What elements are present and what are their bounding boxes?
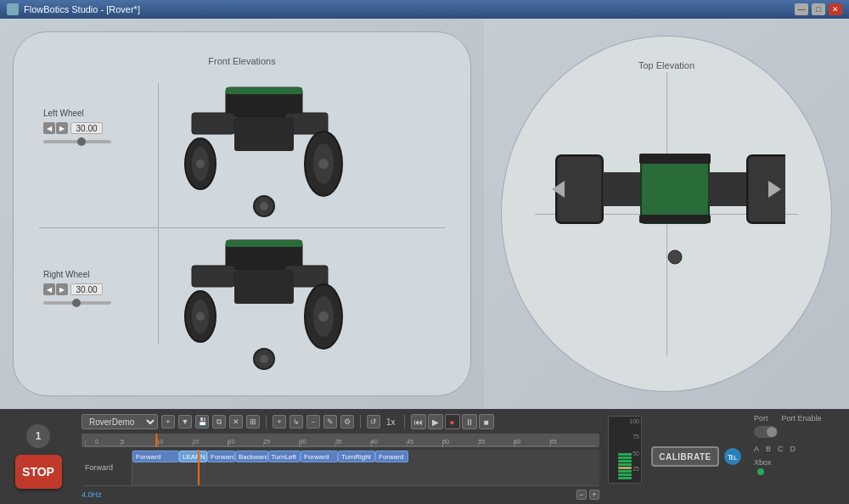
svg-rect-10 bbox=[234, 117, 294, 151]
bottom-area: 1 STOP RoverDemo + ▼ 💾 ⧉ ✕ ⊞ + ↳ − ✎ ⚙ ↺… bbox=[0, 409, 849, 504]
tl-stop-transport-btn[interactable]: ■ bbox=[479, 414, 494, 429]
port-toggle-row bbox=[754, 426, 842, 438]
minimize-button[interactable]: — bbox=[795, 3, 808, 15]
right-wheel-increment[interactable]: ▶ bbox=[56, 283, 68, 295]
tl-rewind-btn[interactable]: ⏮ bbox=[411, 414, 426, 429]
svg-text:35: 35 bbox=[335, 439, 342, 445]
right-wheel-value: 30.00 bbox=[70, 283, 103, 295]
top-elevation-label: Top Elevation bbox=[638, 60, 694, 70]
tl-add-btn[interactable]: + bbox=[273, 415, 286, 428]
left-wheel-input-row: ◀ ▶ 30.00 bbox=[43, 122, 111, 134]
block-label-2: Forward bbox=[211, 453, 235, 461]
svg-rect-1 bbox=[226, 87, 302, 94]
meter-bar-6 bbox=[618, 460, 632, 462]
track-block-2[interactable]: Forward bbox=[207, 451, 235, 462]
svg-text:15: 15 bbox=[192, 439, 199, 445]
tl-edit-btn[interactable]: ✎ bbox=[323, 415, 337, 428]
svg-rect-31 bbox=[639, 215, 711, 223]
meter-scale-25: 25 bbox=[633, 466, 639, 472]
calibrate-area: CALIBRATE ℡ bbox=[645, 409, 747, 504]
meter-bar-4 bbox=[618, 467, 632, 469]
tl-sep2 bbox=[360, 415, 361, 428]
track-block-3[interactable]: Backward bbox=[235, 451, 268, 462]
maximize-button[interactable]: □ bbox=[812, 3, 825, 15]
close-button[interactable]: ✕ bbox=[829, 3, 842, 15]
timeline-area: RoverDemo + ▼ 💾 ⧉ ✕ ⊞ + ↳ − ✎ ⚙ ↺ 1x ⏮ ▶… bbox=[76, 409, 604, 504]
port-d-label: D bbox=[790, 445, 796, 453]
left-wheel-value: 30.00 bbox=[70, 122, 103, 134]
tl-sep1 bbox=[266, 415, 267, 428]
program-dropdown[interactable]: RoverDemo bbox=[82, 414, 158, 429]
right-wheel-buttons: ◀ ▶ bbox=[43, 283, 68, 295]
meter-bar-2 bbox=[618, 473, 632, 476]
right-wheel-slider[interactable] bbox=[43, 301, 111, 305]
right-wheel-control: Right Wheel ◀ ▶ 30.00 bbox=[43, 270, 111, 305]
tl-remove-btn[interactable]: − bbox=[306, 415, 320, 428]
meter-bar-8 bbox=[618, 453, 632, 456]
svg-point-12 bbox=[260, 202, 268, 210]
timeline-ruler[interactable]: 0 5 10 15 20 25 30 35 bbox=[82, 434, 599, 447]
tl-delete-btn[interactable]: ✕ bbox=[229, 415, 243, 428]
block-label-0: Forward bbox=[136, 453, 160, 461]
stop-button[interactable]: STOP bbox=[15, 455, 62, 489]
robot-bottom-svg bbox=[166, 236, 353, 372]
tl-new-btn[interactable]: + bbox=[161, 415, 175, 428]
tl-copy-btn[interactable]: ⧉ bbox=[212, 415, 226, 428]
bluetooth-icon[interactable]: ℡ bbox=[724, 448, 741, 465]
zoom-out-btn[interactable]: − bbox=[576, 490, 587, 500]
tl-save-btn[interactable]: 💾 bbox=[195, 415, 209, 428]
svg-text:60: 60 bbox=[514, 439, 521, 445]
port-toggle-thumb bbox=[767, 427, 777, 437]
left-panel: Front Elevations Left Wheel ◀ ▶ 30.00 bbox=[0, 19, 484, 409]
abcd-row: A B C D bbox=[754, 445, 842, 453]
svg-point-5 bbox=[196, 160, 205, 168]
track-block-0[interactable]: Forward bbox=[132, 451, 179, 462]
svg-rect-30 bbox=[639, 154, 711, 164]
svg-rect-29 bbox=[641, 155, 709, 223]
tl-open-btn[interactable]: ▼ bbox=[178, 415, 192, 428]
svg-text:50: 50 bbox=[442, 439, 449, 445]
titlebar-title: FlowBotics Studio - [Rover*] bbox=[24, 4, 140, 14]
main-content: Front Elevations Left Wheel ◀ ▶ 30.00 bbox=[0, 19, 849, 409]
svg-point-22 bbox=[318, 311, 329, 322]
tl-settings-btn[interactable]: ⚙ bbox=[340, 415, 354, 428]
tl-insert-btn[interactable]: ↳ bbox=[290, 415, 303, 428]
svg-text:55: 55 bbox=[479, 439, 486, 445]
svg-text:0: 0 bbox=[95, 439, 98, 445]
port-header: Port Port Enable bbox=[754, 414, 842, 423]
tl-play-btn[interactable]: ▶ bbox=[428, 414, 443, 429]
front-elevation-container: Front Elevations Left Wheel ◀ ▶ 30.00 bbox=[13, 31, 471, 396]
calibrate-button[interactable]: CALIBRATE bbox=[651, 446, 719, 467]
track-content-main[interactable]: Forward LEARN Forward Backward TurnLeft bbox=[132, 450, 599, 485]
track-block-learn[interactable]: LEARN bbox=[179, 451, 207, 462]
left-wheel-slider[interactable] bbox=[43, 140, 111, 143]
track-block-5[interactable]: Forward bbox=[301, 451, 338, 462]
tl-sep3 bbox=[404, 415, 405, 428]
port-area: Port Port Enable A B C D Xbox bbox=[747, 409, 849, 504]
timeline-bottom: 4.0Hz − + bbox=[82, 489, 599, 501]
tl-loop-btn[interactable]: ↺ bbox=[367, 415, 380, 428]
meter-scale-100: 100 bbox=[629, 418, 639, 424]
port-toggle-switch[interactable] bbox=[754, 426, 778, 438]
left-wheel-label: Left Wheel bbox=[43, 109, 111, 118]
horizontal-divider bbox=[39, 227, 445, 228]
right-panel: Top Elevation bbox=[484, 19, 849, 409]
xbox-label: Xbox bbox=[754, 458, 772, 467]
left-wheel-increment[interactable]: ▶ bbox=[56, 122, 68, 134]
robot-front-top bbox=[166, 83, 353, 219]
transport-controls: ⏮ ▶ ● ⏸ ■ bbox=[411, 414, 494, 429]
tl-record-btn[interactable]: ● bbox=[445, 414, 460, 429]
svg-rect-15 bbox=[192, 266, 234, 287]
zoom-in-btn[interactable]: + bbox=[589, 490, 599, 500]
tl-grid-btn[interactable]: ⊞ bbox=[246, 415, 260, 428]
track-block-6[interactable]: TurnRight bbox=[338, 451, 375, 462]
block-label-4: TurnLeft bbox=[272, 453, 297, 461]
track-block-4[interactable]: TurnLeft bbox=[268, 451, 301, 462]
tl-pause-btn[interactable]: ⏸ bbox=[462, 414, 477, 429]
track-block-7[interactable]: Forward bbox=[375, 451, 408, 462]
svg-rect-23 bbox=[234, 270, 294, 304]
svg-point-18 bbox=[196, 312, 205, 321]
left-wheel-decrement[interactable]: ◀ bbox=[43, 122, 55, 134]
front-elevation-label: Front Elevations bbox=[208, 56, 275, 66]
right-wheel-decrement[interactable]: ◀ bbox=[43, 283, 55, 295]
